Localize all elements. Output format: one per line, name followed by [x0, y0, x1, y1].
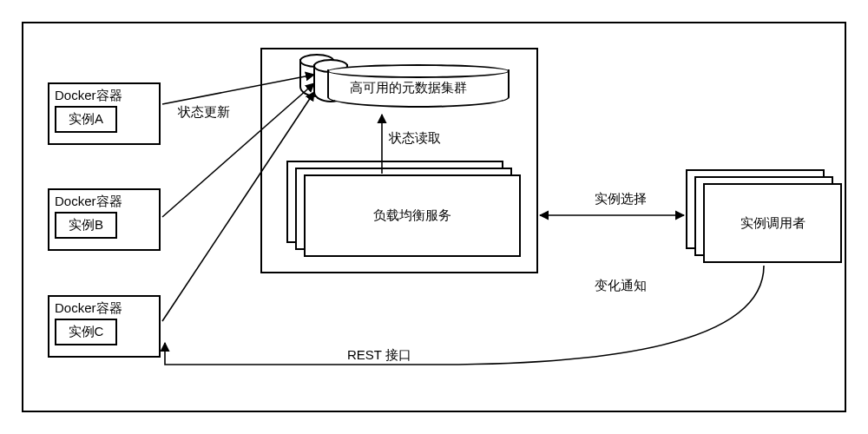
- instance-a-box: 实例A: [55, 106, 117, 133]
- docker-title-a: Docker容器: [55, 88, 154, 104]
- instance-b-box: 实例B: [55, 212, 117, 239]
- docker-container-a: Docker容器 实例A: [48, 82, 161, 145]
- instance-a-label: 实例A: [69, 111, 103, 126]
- instance-caller-label: 实例调用者: [740, 215, 806, 232]
- load-balance-stack: 负载均衡服务: [286, 161, 521, 256]
- edge-label-state-update: 状态更新: [178, 104, 230, 121]
- docker-container-c: Docker容器 实例C: [48, 295, 161, 358]
- instance-caller-stack: 实例调用者: [686, 169, 842, 265]
- load-balance-label: 负载均衡服务: [373, 207, 451, 224]
- edge-label-rest-api: REST 接口: [347, 347, 411, 364]
- metadata-cluster-label: 高可用的元数据集群: [350, 80, 467, 96]
- edge-label-state-read: 状态读取: [389, 130, 441, 147]
- docker-title-c: Docker容器: [55, 300, 154, 317]
- instance-c-label: 实例C: [69, 324, 104, 339]
- diagram-canvas: Docker容器 实例A Docker容器 实例B Docker容器 实例C 高…: [0, 0, 868, 434]
- edge-label-change-notify: 变化通知: [595, 278, 647, 294]
- metadata-cluster: 高可用的元数据集群: [299, 54, 516, 115]
- edge-label-instance-select: 实例选择: [595, 191, 647, 207]
- instance-c-box: 实例C: [55, 319, 117, 345]
- docker-title-b: Docker容器: [55, 194, 154, 210]
- instance-b-label: 实例B: [69, 217, 103, 232]
- docker-container-b: Docker容器 实例B: [48, 188, 161, 251]
